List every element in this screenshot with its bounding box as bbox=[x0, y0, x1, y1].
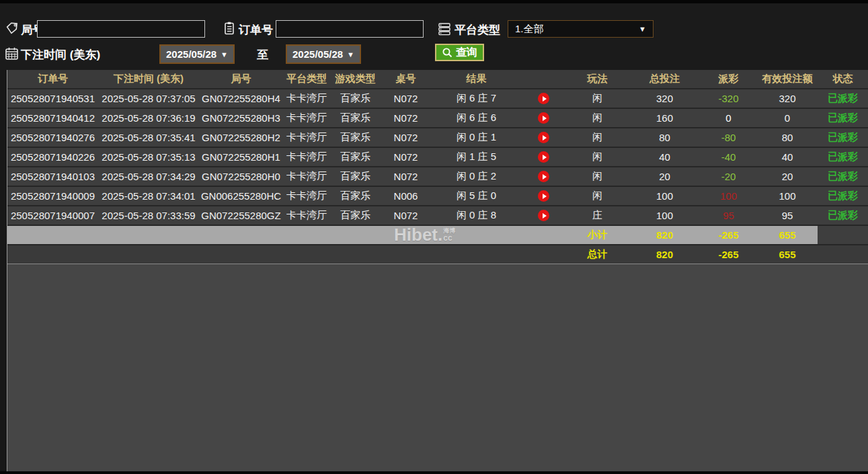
table-row: 250528071940226 2025-05-28 07:35:13 GN07… bbox=[7, 148, 868, 167]
cell-bet-time: 2025-05-28 07:35:41 bbox=[98, 132, 199, 143]
clipboard-icon bbox=[222, 21, 237, 36]
cell-platform: 卡卡湾厅 bbox=[283, 112, 330, 124]
cell-total-bet: 20 bbox=[629, 171, 700, 182]
cell-bet-time: 2025-05-28 07:37:05 bbox=[98, 93, 199, 104]
calendar-icon bbox=[4, 46, 19, 61]
play-icon[interactable] bbox=[538, 190, 549, 202]
platform-type-select[interactable]: 1.全部 ▼ bbox=[508, 20, 654, 38]
play-icon[interactable] bbox=[538, 151, 549, 163]
col-header-game-no: 局号 bbox=[199, 73, 283, 85]
table-row: 250528071940531 2025-05-28 07:37:05 GN07… bbox=[7, 89, 868, 109]
cell-total-bet: 40 bbox=[629, 151, 700, 163]
cell-order-no: 250528071940103 bbox=[7, 171, 98, 182]
bet-records-table: 订单号 下注时间 (美东) 局号 平台类型 游戏类型 桌号 结果 玩法 总投注 … bbox=[7, 70, 868, 471]
subtotal-label: 小计 bbox=[565, 229, 629, 241]
order-no-label: 订单号 bbox=[239, 22, 273, 38]
cell-bet-time: 2025-05-28 07:35:13 bbox=[98, 151, 199, 163]
col-header-result: 结果 bbox=[431, 73, 522, 85]
cell-result: 闲 0 庄 2 bbox=[431, 170, 522, 183]
table-row: 250528071940103 2025-05-28 07:34:29 GN07… bbox=[7, 167, 868, 187]
cell-payout: 0 bbox=[700, 112, 757, 124]
subtotal-payout: -265 bbox=[700, 229, 757, 241]
cell-game-no: GN072255280H3 bbox=[199, 112, 283, 124]
cell-bet-time: 2025-05-28 07:34:29 bbox=[98, 171, 199, 182]
platform-type-label: 平台类型 bbox=[455, 22, 500, 38]
cell-game-no: GN072255280H2 bbox=[199, 132, 283, 143]
cell-game-no: GN072255280GZ bbox=[199, 210, 283, 221]
order-no-input[interactable] bbox=[276, 20, 424, 38]
cell-valid-bet: 40 bbox=[757, 151, 818, 163]
cell-platform: 卡卡湾厅 bbox=[283, 151, 330, 163]
cell-bet-time: 2025-05-28 07:33:59 bbox=[98, 210, 199, 221]
watermark-suffix: cc bbox=[443, 234, 455, 242]
cell-status: 已派彩 bbox=[818, 151, 868, 163]
table-row: 250528071940009 2025-05-28 07:34:01 GN00… bbox=[7, 187, 868, 206]
total-payout: -265 bbox=[700, 249, 757, 260]
subtotal-valid-bet: 655 bbox=[757, 229, 818, 241]
cell-total-bet: 320 bbox=[629, 93, 700, 104]
cell-payout: -320 bbox=[700, 93, 757, 104]
date-from-value: 2025/05/28 bbox=[166, 48, 216, 60]
cell-status: 已派彩 bbox=[818, 209, 868, 222]
date-to-label: 至 bbox=[257, 47, 268, 63]
cell-total-bet: 100 bbox=[629, 210, 700, 221]
cell-total-bet: 80 bbox=[629, 132, 700, 143]
cell-valid-bet: 95 bbox=[757, 210, 818, 221]
cell-result: 闲 0 庄 1 bbox=[431, 131, 522, 144]
play-icon[interactable] bbox=[538, 210, 549, 221]
cell-result: 闲 5 庄 0 bbox=[431, 190, 522, 202]
cell-game-no: GN072255280H1 bbox=[199, 151, 283, 163]
cell-play: 闲 bbox=[565, 92, 629, 105]
search-button[interactable]: 查询 bbox=[435, 44, 484, 61]
cell-order-no: 250528071940007 bbox=[7, 210, 98, 221]
cell-bet-time: 2025-05-28 07:34:01 bbox=[98, 190, 199, 202]
cell-order-no: 250528071940226 bbox=[7, 151, 98, 163]
date-to-value: 2025/05/28 bbox=[292, 48, 343, 60]
play-icon[interactable] bbox=[538, 132, 549, 143]
play-icon[interactable] bbox=[538, 171, 549, 182]
filter-bar: 局号 订单号 平台类型 1.全部 ▼ 下注时间 (美东) 2025/05/28 … bbox=[0, 3, 868, 70]
col-header-valid-bet: 有效投注额 bbox=[757, 73, 818, 85]
cell-payout: 95 bbox=[700, 210, 757, 221]
col-header-game-type: 游戏类型 bbox=[330, 73, 381, 85]
date-from-picker[interactable]: 2025/05/28 ▼ bbox=[159, 44, 235, 64]
cell-table-no: N072 bbox=[381, 132, 431, 143]
cell-payout: 100 bbox=[700, 190, 757, 202]
cell-payout: -80 bbox=[700, 132, 757, 143]
cell-total-bet: 160 bbox=[629, 112, 700, 124]
cell-game-type: 百家乐 bbox=[330, 209, 381, 222]
cell-table-no: N072 bbox=[381, 210, 431, 221]
cell-bet-time: 2025-05-28 07:36:19 bbox=[98, 112, 199, 124]
cell-status: 已派彩 bbox=[818, 92, 868, 105]
cell-play: 闲 bbox=[565, 112, 629, 124]
total-total-bet: 820 bbox=[629, 249, 700, 260]
cell-play: 闲 bbox=[565, 170, 629, 183]
cell-payout: -40 bbox=[700, 151, 757, 163]
subtotal-row: 小计 820 -265 655 Hibet. 海博 cc bbox=[7, 226, 868, 245]
total-label: 总计 bbox=[565, 248, 629, 261]
play-icon[interactable] bbox=[538, 112, 549, 124]
list-icon bbox=[437, 22, 452, 36]
cell-valid-bet: 20 bbox=[757, 171, 818, 182]
play-icon[interactable] bbox=[538, 93, 549, 104]
cell-play: 闲 bbox=[565, 131, 629, 144]
cell-payout: -20 bbox=[700, 171, 757, 182]
cell-game-type: 百家乐 bbox=[330, 190, 381, 202]
date-to-picker[interactable]: 2025/05/28 ▼ bbox=[286, 44, 361, 64]
subtotal-total-bet: 820 bbox=[629, 229, 700, 241]
cell-valid-bet: 80 bbox=[757, 132, 818, 143]
cell-status: 已派彩 bbox=[818, 131, 868, 144]
cell-valid-bet: 320 bbox=[757, 93, 818, 104]
col-header-table-no: 桌号 bbox=[381, 73, 431, 85]
col-header-platform: 平台类型 bbox=[283, 73, 330, 85]
cell-game-no: GN006255280HC bbox=[199, 190, 283, 202]
game-no-input[interactable] bbox=[37, 20, 205, 38]
cell-game-type: 百家乐 bbox=[330, 170, 381, 183]
cell-status: 已派彩 bbox=[818, 190, 868, 202]
cell-game-type: 百家乐 bbox=[330, 151, 381, 163]
cell-table-no: N072 bbox=[381, 93, 431, 104]
cell-platform: 卡卡湾厅 bbox=[283, 131, 330, 144]
total-valid-bet: 655 bbox=[757, 249, 818, 260]
magnifier-icon bbox=[442, 47, 453, 58]
col-header-status: 状态 bbox=[818, 73, 868, 85]
